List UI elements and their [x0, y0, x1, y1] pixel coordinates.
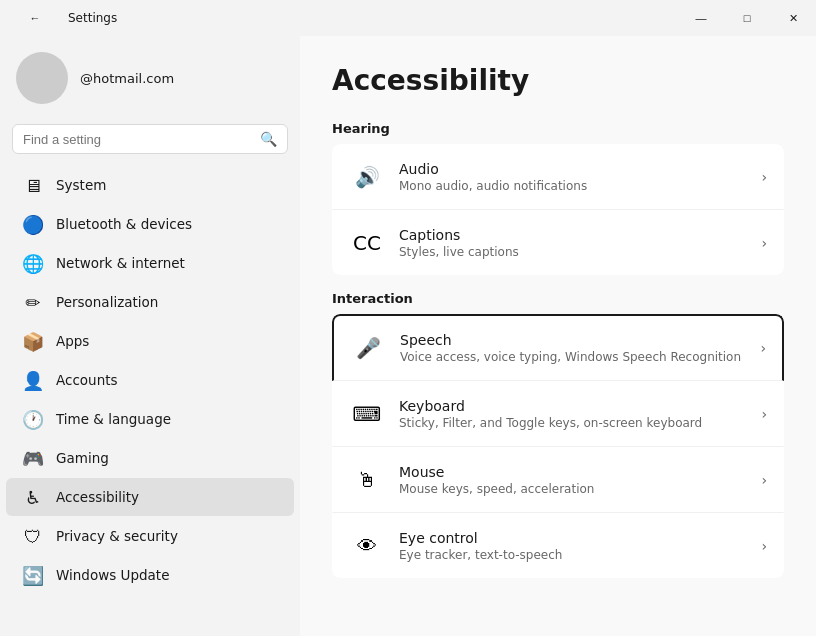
- sidebar-item-label-privacy: Privacy & security: [56, 528, 178, 544]
- eye-control-icon: 👁: [349, 528, 385, 564]
- bluetooth-icon: 🔵: [22, 213, 44, 235]
- sidebar-item-label-personalization: Personalization: [56, 294, 158, 310]
- sidebar-item-accessibility[interactable]: ♿Accessibility: [6, 478, 294, 516]
- keyboard-chevron-icon: ›: [761, 406, 767, 422]
- titlebar-title: Settings: [68, 11, 117, 25]
- setting-card-mouse[interactable]: 🖱MouseMouse keys, speed, acceleration›: [332, 447, 784, 513]
- sidebar-item-label-windows-update: Windows Update: [56, 567, 169, 583]
- gaming-icon: 🎮: [22, 447, 44, 469]
- sidebar-item-windows-update[interactable]: 🔄Windows Update: [6, 556, 294, 594]
- search-icon: 🔍: [260, 131, 277, 147]
- setting-card-audio[interactable]: 🔊AudioMono audio, audio notifications›: [332, 144, 784, 210]
- setting-card-keyboard[interactable]: ⌨KeyboardSticky, Filter, and Toggle keys…: [332, 381, 784, 447]
- keyboard-desc: Sticky, Filter, and Toggle keys, on-scre…: [399, 416, 761, 430]
- speech-desc: Voice access, voice typing, Windows Spee…: [400, 350, 760, 364]
- audio-icon: 🔊: [349, 159, 385, 195]
- avatar: [16, 52, 68, 104]
- mouse-name: Mouse: [399, 464, 761, 480]
- captions-chevron-icon: ›: [761, 235, 767, 251]
- captions-desc: Styles, live captions: [399, 245, 761, 259]
- mouse-chevron-icon: ›: [761, 472, 767, 488]
- captions-icon: CC: [349, 225, 385, 261]
- privacy-icon: 🛡: [22, 525, 44, 547]
- section-group-hearing: 🔊AudioMono audio, audio notifications›CC…: [332, 144, 784, 275]
- sidebar-item-label-accessibility: Accessibility: [56, 489, 139, 505]
- captions-name: Captions: [399, 227, 761, 243]
- search-box[interactable]: 🔍: [12, 124, 288, 154]
- mouse-text: MouseMouse keys, speed, acceleration: [399, 464, 761, 496]
- titlebar-controls: — □ ✕: [678, 0, 816, 36]
- eye-control-chevron-icon: ›: [761, 538, 767, 554]
- sidebar-item-time[interactable]: 🕐Time & language: [6, 400, 294, 438]
- speech-icon: 🎤: [350, 330, 386, 366]
- section-title-hearing: Hearing: [332, 121, 784, 136]
- sidebar-item-privacy[interactable]: 🛡Privacy & security: [6, 517, 294, 555]
- mouse-desc: Mouse keys, speed, acceleration: [399, 482, 761, 496]
- sidebar-item-label-network: Network & internet: [56, 255, 185, 271]
- accounts-icon: 👤: [22, 369, 44, 391]
- accessibility-icon: ♿: [22, 486, 44, 508]
- network-icon: 🌐: [22, 252, 44, 274]
- section-title-interaction: Interaction: [332, 291, 784, 306]
- sidebar-item-bluetooth[interactable]: 🔵Bluetooth & devices: [6, 205, 294, 243]
- keyboard-name: Keyboard: [399, 398, 761, 414]
- section-group-interaction: 🎤SpeechVoice access, voice typing, Windo…: [332, 314, 784, 578]
- titlebar-left: ← Settings: [12, 0, 117, 36]
- sidebar-item-label-gaming: Gaming: [56, 450, 109, 466]
- sidebar-item-network[interactable]: 🌐Network & internet: [6, 244, 294, 282]
- user-profile: @hotmail.com: [0, 36, 300, 120]
- eye-control-text: Eye controlEye tracker, text-to-speech: [399, 530, 761, 562]
- audio-chevron-icon: ›: [761, 169, 767, 185]
- time-icon: 🕐: [22, 408, 44, 430]
- sidebar-item-system[interactable]: 🖥System: [6, 166, 294, 204]
- titlebar: ← Settings — □ ✕: [0, 0, 816, 36]
- minimize-button[interactable]: —: [678, 0, 724, 36]
- speech-chevron-icon: ›: [760, 340, 766, 356]
- audio-desc: Mono audio, audio notifications: [399, 179, 761, 193]
- user-email: @hotmail.com: [80, 71, 174, 86]
- sidebar-nav: 🖥System🔵Bluetooth & devices🌐Network & in…: [0, 166, 300, 594]
- close-button[interactable]: ✕: [770, 0, 816, 36]
- system-icon: 🖥: [22, 174, 44, 196]
- app-body: @hotmail.com 🔍 🖥System🔵Bluetooth & devic…: [0, 36, 816, 636]
- speech-text: SpeechVoice access, voice typing, Window…: [400, 332, 760, 364]
- page-title: Accessibility: [332, 64, 784, 97]
- content-area: Accessibility Hearing🔊AudioMono audio, a…: [300, 36, 816, 636]
- sidebar-item-label-bluetooth: Bluetooth & devices: [56, 216, 192, 232]
- sidebar-item-label-system: System: [56, 177, 106, 193]
- keyboard-icon: ⌨: [349, 396, 385, 432]
- personalization-icon: ✏: [22, 291, 44, 313]
- search-input[interactable]: [23, 132, 252, 147]
- sidebar-item-label-accounts: Accounts: [56, 372, 118, 388]
- sidebar-item-gaming[interactable]: 🎮Gaming: [6, 439, 294, 477]
- audio-text: AudioMono audio, audio notifications: [399, 161, 761, 193]
- captions-text: CaptionsStyles, live captions: [399, 227, 761, 259]
- setting-card-speech[interactable]: 🎤SpeechVoice access, voice typing, Windo…: [332, 314, 784, 381]
- sidebar-item-accounts[interactable]: 👤Accounts: [6, 361, 294, 399]
- sidebar-item-personalization[interactable]: ✏Personalization: [6, 283, 294, 321]
- sidebar: @hotmail.com 🔍 🖥System🔵Bluetooth & devic…: [0, 36, 300, 636]
- setting-card-captions[interactable]: CCCaptionsStyles, live captions›: [332, 210, 784, 275]
- sidebar-item-apps[interactable]: 📦Apps: [6, 322, 294, 360]
- eye-control-desc: Eye tracker, text-to-speech: [399, 548, 761, 562]
- maximize-button[interactable]: □: [724, 0, 770, 36]
- setting-card-eye-control[interactable]: 👁Eye controlEye tracker, text-to-speech›: [332, 513, 784, 578]
- keyboard-text: KeyboardSticky, Filter, and Toggle keys,…: [399, 398, 761, 430]
- sections-container: Hearing🔊AudioMono audio, audio notificat…: [332, 121, 784, 578]
- audio-name: Audio: [399, 161, 761, 177]
- eye-control-name: Eye control: [399, 530, 761, 546]
- sidebar-item-label-time: Time & language: [56, 411, 171, 427]
- back-button[interactable]: ←: [12, 0, 58, 36]
- apps-icon: 📦: [22, 330, 44, 352]
- mouse-icon: 🖱: [349, 462, 385, 498]
- speech-name: Speech: [400, 332, 760, 348]
- sidebar-item-label-apps: Apps: [56, 333, 89, 349]
- windows-update-icon: 🔄: [22, 564, 44, 586]
